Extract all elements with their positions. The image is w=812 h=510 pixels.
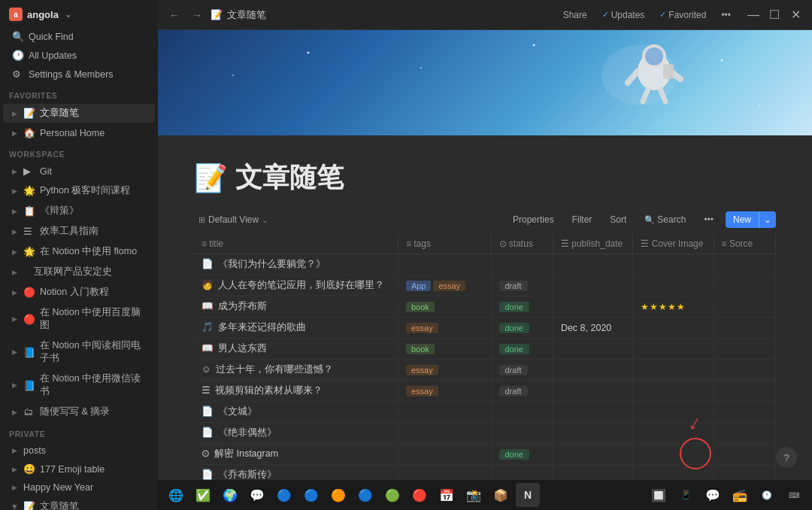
favorited-button[interactable]: ✓ Favorited xyxy=(655,8,710,23)
row-status: draft xyxy=(491,275,553,296)
sidebar-item-xiaolv[interactable]: ▶ ☰ 效率工具指南 xyxy=(3,222,155,241)
database-table: ≡ title ≡ tags ⊙ status ☰ xyxy=(194,234,776,480)
row-source xyxy=(714,317,775,338)
taskbar-icon-chat[interactable]: 💬 xyxy=(245,483,269,507)
col-header-title[interactable]: ≡ title xyxy=(194,234,398,254)
close-button[interactable]: ✕ xyxy=(786,6,804,24)
sidebar-item-newyear[interactable]: ▶ Happy New Year xyxy=(3,479,155,496)
taskbar-icon-green[interactable]: 🟢 xyxy=(380,483,404,507)
topbar-breadcrumb: 📝 文章随笔 xyxy=(211,8,266,22)
taskbar-icon-camera[interactable]: 📸 xyxy=(462,483,486,507)
sidebar-item-posts[interactable]: ▶ posts xyxy=(3,442,155,459)
sidebar-item-bianche[interactable]: ▶ 📋 《辩策》 xyxy=(3,202,155,220)
taskbar-icon-blue3[interactable]: 🔵 xyxy=(353,483,377,507)
sidebar-item-weixin[interactable]: ▶ 📘 在 Notion 中使用微信读书 xyxy=(3,369,155,401)
sidebar-item-quick-find[interactable]: 🔍 Quick Find xyxy=(3,28,155,45)
taskbar-icon-mobile[interactable]: 📱 xyxy=(674,483,698,507)
table-row[interactable]: 📄《我们为什么要躺觉？》 xyxy=(194,254,776,275)
table-row[interactable]: 🧑人人在夸的笔记应用，到底好在哪里？Appessaydraft xyxy=(194,275,776,296)
col-tags-label: tags xyxy=(414,238,431,249)
table-row[interactable]: 📄《文城》 xyxy=(194,402,776,423)
col-header-cover[interactable]: ☰ Cover Image xyxy=(633,234,714,254)
table-row[interactable]: 📄《乔布斯传》 xyxy=(194,465,776,481)
col-header-tags[interactable]: ≡ tags xyxy=(398,234,491,254)
table-row[interactable]: 📖成为乔布斯bookdone★★★★★ xyxy=(194,296,776,317)
taskbar-icon-calendar[interactable]: 📅 xyxy=(435,483,459,507)
taskbar-icon-globe[interactable]: 🌍 xyxy=(218,483,242,507)
row-date xyxy=(553,254,633,275)
taskbar-icon-kb[interactable]: ⌨ xyxy=(782,483,806,507)
sidebar-item-personal-home-fav[interactable]: ▶ 🏠 Personal Home xyxy=(3,124,155,141)
more-options-button[interactable]: ••• xyxy=(717,8,735,23)
sidebar-item-baidu[interactable]: ▶ 🔴 在 Notion 中使用百度脑图 xyxy=(3,303,155,335)
sidebar-item-wenzhang[interactable]: ▶ 📝 文章随笔 xyxy=(3,104,155,123)
col-header-status[interactable]: ⊙ status xyxy=(491,234,553,254)
taskbar-icon-msg[interactable]: 💬 xyxy=(701,483,725,507)
back-button[interactable]: ← xyxy=(165,6,183,24)
row-title-text: 《乔布斯传》 xyxy=(218,469,277,480)
sidebar-item-notion-intro[interactable]: ▶ 🔴 Notion 入门教程 xyxy=(3,283,155,302)
row-date xyxy=(553,338,633,360)
db-view-selector[interactable]: ⊞ Default View ⌄ xyxy=(194,212,272,227)
share-button[interactable]: Share xyxy=(559,8,592,23)
new-dropdown-arrow[interactable]: ⌄ xyxy=(759,211,776,228)
forward-button[interactable]: → xyxy=(188,6,206,24)
expand-arrow-xiaolv: ▶ xyxy=(12,228,17,235)
new-entry-button[interactable]: New ⌄ xyxy=(726,211,776,228)
help-button[interactable]: ? xyxy=(776,447,797,468)
taskbar-icon-orange[interactable]: 🟠 xyxy=(326,483,350,507)
taskbar-icon-box[interactable]: 📦 xyxy=(489,483,513,507)
sidebar-item-suibian[interactable]: ▶ 🗂 随便写写 & 摘录 xyxy=(3,402,155,421)
taskbar-icon-notion[interactable]: N xyxy=(516,483,540,507)
workspace-header[interactable]: a angola ⌄ xyxy=(0,0,158,27)
table-row[interactable]: 📖男人这东西bookdone xyxy=(194,338,776,360)
chevron-down-icon: ⌄ xyxy=(262,216,268,224)
sidebar-item-emoji[interactable]: ▶ 😀 177 Emoji table xyxy=(3,460,155,478)
expand-arrow-ny: ▶ xyxy=(12,484,17,491)
new-label: New xyxy=(726,211,759,228)
filter-button[interactable]: Filter xyxy=(566,212,598,227)
updates-button[interactable]: ✓ Updates xyxy=(598,8,650,23)
emoji-label: 177 Emoji table xyxy=(40,464,105,475)
taskbar-icon-blue2[interactable]: 🔵 xyxy=(299,483,323,507)
sidebar-item-git[interactable]: ▶ ▶ Git xyxy=(3,162,155,180)
taskbar-icon-blue1[interactable]: 🔵 xyxy=(272,483,296,507)
taskbar-icon-clipboard[interactable]: 🔲 xyxy=(647,483,671,507)
tag-badge: book xyxy=(406,302,435,312)
bianche-icon: 📋 xyxy=(23,205,35,217)
sidebar-item-all-updates[interactable]: 🕐 All Updates xyxy=(3,47,155,64)
expand-arrow-ni: ▶ xyxy=(12,289,17,296)
table-row[interactable]: ☰视频剪辑的素材从哪来？essaydraft xyxy=(194,381,776,402)
sidebar-item-python[interactable]: ▶ 🌟 Python 极客时间课程 xyxy=(3,181,155,200)
sidebar-item-dianzi[interactable]: ▶ 📘 在 Notion 中阅读相同电子书 xyxy=(3,336,155,368)
git-label: Git xyxy=(40,166,52,177)
search-button[interactable]: 🔍 Search xyxy=(638,212,692,227)
sort-button[interactable]: Sort xyxy=(604,212,632,227)
taskbar-icon-audio[interactable]: 📻 xyxy=(728,483,752,507)
share-label: Share xyxy=(563,10,587,20)
row-cover xyxy=(633,275,714,296)
sidebar-item-flomo[interactable]: ▶ 🌟 在 Notion 中使用 flomo xyxy=(3,242,155,261)
minimize-button[interactable]: — xyxy=(744,6,762,24)
row-source xyxy=(714,444,775,465)
taskbar-icon-red[interactable]: 🔴 xyxy=(408,483,432,507)
table-row[interactable]: ☺过去十年，你有哪些遗憾？essaydraft xyxy=(194,360,776,381)
table-row[interactable]: 🎵多年来还记得的歌曲essaydoneDec 8, 2020 xyxy=(194,317,776,338)
clock-icon: 🕐 xyxy=(12,50,24,61)
row-status: done xyxy=(491,317,553,338)
col-status-label: status xyxy=(509,238,533,249)
expand-arrow-wz: ▶ xyxy=(11,504,19,509)
sidebar-item-settings[interactable]: ⚙ Settings & Members xyxy=(3,65,155,83)
maximize-button[interactable]: ☐ xyxy=(765,6,783,24)
col-header-date[interactable]: ☰ publish_date xyxy=(553,234,633,254)
properties-button[interactable]: Properties xyxy=(507,212,560,227)
sidebar-item-wenzhang-private[interactable]: ▶ 📝 文章随笔 xyxy=(3,497,155,510)
weixin-label: 在 Notion 中使用微信读书 xyxy=(40,372,146,398)
more-db-button[interactable]: ••• xyxy=(698,212,720,227)
sidebar-item-hulianwang[interactable]: ▶ 互联网产品安定史 xyxy=(3,263,155,281)
row-title-text: 成为乔布斯 xyxy=(218,301,267,311)
taskbar-icon-wechat[interactable]: 🌐 xyxy=(164,483,188,507)
col-header-source[interactable]: ≡ Sorce xyxy=(714,234,775,254)
table-row[interactable]: ⊙解密 Instagramdone xyxy=(194,444,776,465)
taskbar-icon-tick[interactable]: ✅ xyxy=(191,483,215,507)
